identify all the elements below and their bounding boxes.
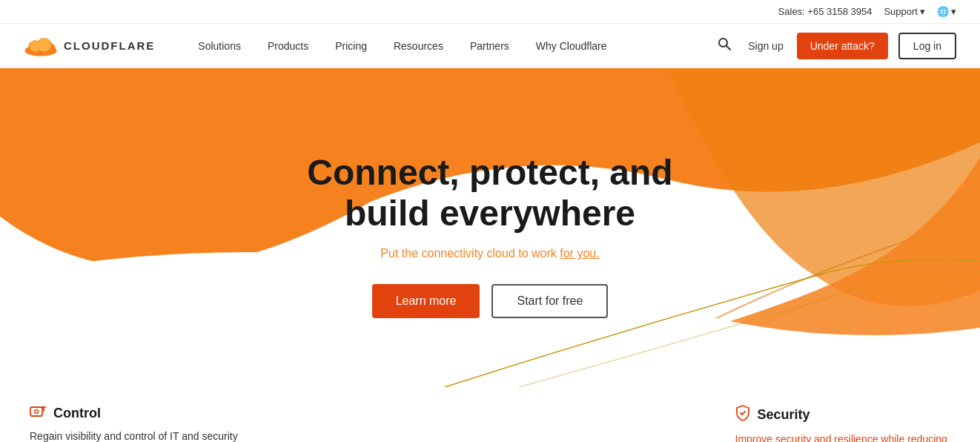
control-text: Regain visibility and control of IT and … — [30, 428, 245, 442]
support-chevron-icon: ▾ — [920, 6, 925, 17]
hero-title: Connect, protect, and build everywhere — [307, 152, 672, 234]
svg-point-5 — [37, 38, 50, 51]
security-text-link[interactable]: Improve security and resilience while re… — [735, 433, 947, 442]
svg-line-7 — [726, 46, 731, 50]
cloudflare-wordmark: CLOUDFLARE — [64, 39, 155, 52]
navbar: CLOUDFLARE Solutions Products Pricing Re… — [0, 24, 980, 68]
search-icon — [717, 36, 732, 51]
security-title: Security — [758, 407, 810, 423]
logo[interactable]: CLOUDFLARE — [24, 34, 155, 58]
control-card: Control Regain visibility and control of… — [30, 405, 245, 442]
security-card-header: Security — [735, 405, 951, 425]
security-card: Security Improve security and resilience… — [735, 405, 951, 442]
login-button[interactable]: Log in — [898, 33, 956, 59]
nav-partners[interactable]: Partners — [457, 24, 523, 68]
learn-more-button[interactable]: Learn more — [372, 284, 480, 318]
nav-actions: Sign up Under attack? Log in — [714, 33, 956, 59]
nav-solutions[interactable]: Solutions — [185, 24, 254, 68]
search-button[interactable] — [714, 33, 735, 58]
hero-section: Connect, protect, and build everywhere P… — [0, 68, 980, 387]
globe-chevron-icon: ▾ — [951, 6, 956, 17]
security-icon — [735, 405, 750, 425]
hero-subtitle-link[interactable]: for you. — [560, 247, 599, 260]
under-attack-button[interactable]: Under attack? — [797, 33, 888, 59]
support-label: Support — [884, 6, 918, 17]
feature-cards-row: Control Regain visibility and control of… — [0, 387, 980, 442]
nav-why-cloudflare[interactable]: Why Cloudflare — [523, 24, 620, 68]
hero-content: Connect, protect, and build everywhere P… — [0, 68, 980, 387]
support-menu[interactable]: Support ▾ — [884, 6, 925, 17]
svg-point-9 — [35, 410, 39, 414]
signup-button[interactable]: Sign up — [745, 40, 786, 52]
start-free-button[interactable]: Start for free — [491, 284, 608, 318]
nav-resources[interactable]: Resources — [380, 24, 457, 68]
hero-subtitle: Put the connectivity cloud to work for y… — [380, 247, 599, 260]
language-menu[interactable]: 🌐 ▾ — [937, 6, 956, 17]
svg-rect-8 — [30, 407, 42, 416]
cloudflare-logo-icon — [24, 34, 58, 58]
top-bar: Sales: +65 3158 3954 Support ▾ 🌐 ▾ — [0, 0, 980, 24]
hero-buttons: Learn more Start for free — [372, 284, 609, 318]
control-icon — [30, 405, 46, 422]
security-text: Improve security and resilience while re… — [735, 431, 951, 442]
control-card-header: Control — [30, 405, 245, 422]
sales-info: Sales: +65 3158 3954 — [778, 6, 873, 17]
control-title: Control — [53, 406, 101, 421]
nav-products[interactable]: Products — [254, 24, 322, 68]
globe-icon: 🌐 — [937, 6, 949, 17]
nav-links: Solutions Products Pricing Resources Par… — [185, 24, 714, 68]
nav-pricing[interactable]: Pricing — [322, 24, 380, 68]
